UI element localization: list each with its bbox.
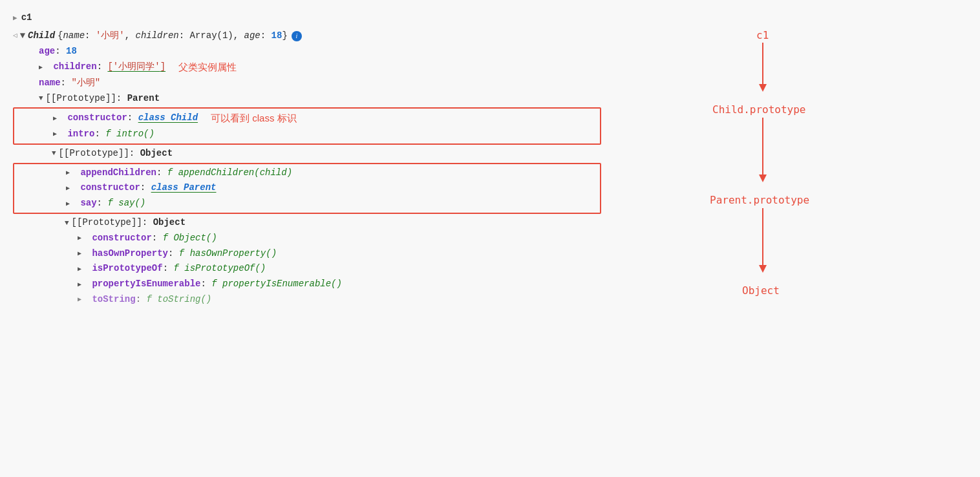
- c1-arrow-down[interactable]: ▼: [20, 28, 25, 44]
- diagram-child-prototype: Child.prototype: [712, 103, 806, 116]
- intro-row: intro : f intro(): [53, 127, 596, 142]
- proto1-row: ▼ [[Prototype]] : Parent: [13, 91, 601, 107]
- propertyIsEnumerable-colon: :: [200, 277, 211, 292]
- propertyIsEnumerable-row: propertyIsEnumerable : f propertyIsEnume…: [13, 277, 601, 292]
- appendChildren-row: appendChildren : f appendChildren(child): [66, 165, 596, 181]
- proto3-colon: :: [142, 215, 153, 231]
- isPrototypeOf-key: isPrototypeOf: [87, 261, 163, 277]
- children-row: children : ['小明同学'] 父类实例属性: [13, 59, 601, 76]
- proto2-key: [[Prototype]]: [59, 146, 129, 162]
- arrowhead-2: [759, 175, 767, 182]
- proto2-row: ▼ [[Prototype]] : Object: [13, 146, 601, 162]
- proto1-colon: :: [116, 91, 127, 107]
- proto1-key: [[Prototype]]: [46, 91, 116, 107]
- toString-colon: :: [136, 292, 147, 308]
- say-row: say : f say(): [66, 196, 596, 211]
- constructor2-colon: :: [140, 180, 151, 196]
- say-toggle[interactable]: [66, 198, 75, 209]
- children-annotation: 父类实例属性: [178, 59, 237, 76]
- right-panel: c1 Child.prototype Parent.prototype Obje…: [614, 0, 980, 477]
- name-colon: :: [61, 76, 72, 91]
- isPrototypeOf-value: f isPrototypeOf(): [173, 261, 266, 277]
- say-value: f say(): [107, 196, 145, 211]
- constructor2-row: constructor : class Parent: [66, 180, 596, 196]
- intro-key: intro: [62, 127, 94, 142]
- age-colon: :: [55, 44, 66, 59]
- age-key: age: [39, 44, 55, 59]
- c1-type: Child: [28, 28, 55, 44]
- children-value: ['小明同学']: [107, 59, 165, 75]
- constructor1-key: constructor: [62, 111, 127, 126]
- constructor3-toggle[interactable]: [78, 233, 87, 244]
- age-value: 18: [66, 44, 77, 59]
- intro-toggle[interactable]: [53, 129, 62, 140]
- left-panel: ▶ c1 ◁ ▼ Child {name: '小明', children: Ar…: [0, 0, 614, 477]
- constructor1-toggle[interactable]: [53, 113, 62, 124]
- diagram-c1-label: c1: [756, 29, 769, 41]
- proto3-value: Object: [153, 215, 186, 231]
- c1-collapsed-row: ▶ c1: [13, 10, 601, 26]
- proto3-row: ▼ [[Prototype]] : Object: [13, 215, 601, 231]
- appendChildren-value: f appendChildren(child): [167, 165, 292, 181]
- appendChildren-key: appendChildren: [75, 165, 156, 181]
- diagram-parent-prototype: Parent.prototype: [710, 194, 809, 206]
- constructor3-colon: :: [152, 231, 163, 246]
- isPrototypeOf-toggle[interactable]: [78, 264, 87, 275]
- toString-key: toString: [87, 292, 136, 308]
- toString-value: f toString(): [146, 292, 211, 308]
- children-toggle[interactable]: [39, 62, 48, 73]
- proto1-value: Parent: [127, 91, 160, 107]
- proto3-toggle[interactable]: ▼: [65, 217, 69, 229]
- constructor2-toggle[interactable]: [66, 183, 75, 194]
- intro-colon: :: [94, 127, 105, 142]
- proto2-toggle[interactable]: ▼: [52, 147, 56, 160]
- constructor1-colon: :: [127, 111, 138, 126]
- name-row: name : "小明": [13, 76, 601, 91]
- arrowhead-1: [759, 84, 767, 92]
- constructor3-key: constructor: [87, 231, 152, 246]
- intro-value: f intro(): [105, 127, 154, 142]
- red-box-2: appendChildren : f appendChildren(child)…: [13, 163, 601, 214]
- constructor1-class: class Child: [138, 111, 198, 126]
- appendChildren-toggle[interactable]: [66, 167, 75, 178]
- propertyIsEnumerable-toggle[interactable]: [78, 279, 87, 290]
- children-colon: :: [97, 59, 108, 75]
- name-key: name: [39, 76, 61, 91]
- hasOwnProperty-toggle[interactable]: [78, 248, 87, 259]
- propertyIsEnumerable-value: f propertyIsEnumerable(): [211, 277, 342, 292]
- c1-label: c1: [21, 10, 32, 26]
- proto3-key: [[Prototype]]: [72, 215, 142, 231]
- red-box-1: constructor : class Child 可以看到 class 标识 …: [13, 107, 601, 144]
- arrowhead-3: [759, 265, 767, 273]
- diagram-svg: c1 Child.prototype Parent.prototype Obje…: [679, 19, 886, 420]
- c1-expanded-row: ◁ ▼ Child {name: '小明', children: Array(1…: [13, 28, 601, 44]
- propertyIsEnumerable-key: propertyIsEnumerable: [87, 277, 200, 292]
- constructor2-class: class Parent: [151, 180, 217, 196]
- isPrototypeOf-colon: :: [163, 261, 174, 277]
- name-value: "小明": [71, 76, 100, 91]
- hasOwnProperty-row: hasOwnProperty : f hasOwnProperty(): [13, 246, 601, 262]
- say-key: say: [75, 196, 97, 211]
- hasOwnProperty-value: f hasOwnProperty(): [179, 246, 277, 262]
- age-row: age : 18: [13, 44, 601, 59]
- constructor1-row: constructor : class Child 可以看到 class 标识: [53, 110, 596, 127]
- proto2-colon: :: [129, 146, 140, 162]
- toString-toggle[interactable]: [78, 294, 87, 305]
- constructor1-annotation: 可以看到 class 标识: [211, 110, 297, 127]
- constructor3-value: f Object(): [163, 231, 217, 246]
- constructor2-key: constructor: [75, 180, 140, 196]
- constructor3-row: constructor : f Object(): [13, 231, 601, 246]
- info-icon[interactable]: i: [292, 31, 302, 41]
- proto2-value: Object: [140, 146, 173, 162]
- diagram-object-label: Object: [742, 284, 780, 297]
- toString-row: toString : f toString(): [13, 292, 601, 308]
- c1-props: {name: '小明', children: Array(1), age: 18…: [58, 28, 288, 44]
- proto1-toggle[interactable]: ▼: [39, 92, 43, 105]
- hasOwnProperty-key: hasOwnProperty: [87, 246, 168, 262]
- appendChildren-colon: :: [156, 165, 167, 181]
- children-key: children: [48, 59, 97, 75]
- back-icon: ◁: [13, 30, 17, 42]
- isPrototypeOf-row: isPrototypeOf : f isPrototypeOf(): [13, 261, 601, 277]
- say-colon: :: [97, 196, 108, 211]
- expand-c1-icon[interactable]: ▶: [13, 12, 17, 25]
